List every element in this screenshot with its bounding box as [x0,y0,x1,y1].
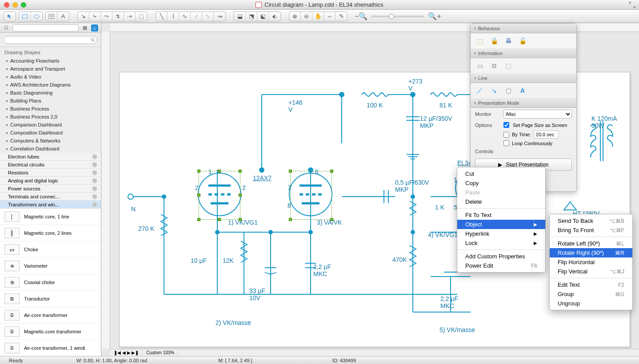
category-item[interactable]: Aerospace and Transport [0,65,101,73]
page-nav[interactable]: ❚◀ ◀ ▶ ▶❚ [110,350,143,355]
shape-item[interactable]: ᘐAir-core transformer [0,307,101,324]
tree-icon[interactable]: ☷ [3,24,10,32]
shape-item[interactable]: ᘐAir-core transformer, 1 windi [0,340,101,356]
category-item[interactable]: Building Plans [0,97,101,105]
close-icon[interactable]: × [92,202,97,207]
opt-bytime-checkbox[interactable] [503,132,509,138]
dimension-tool[interactable]: ↔ [324,12,335,21]
info-icon-3[interactable]: ⬚ [503,61,513,71]
panel-behaviour-header[interactable]: Behaviour [471,24,576,33]
shape-item[interactable]: ᘐMagnetic-core transformer [0,324,101,340]
shape-item[interactable]: ║Magnetic core, 2 lines [0,225,101,241]
fill-icon[interactable]: ▢ [503,86,513,95]
resize-icon[interactable]: ⬚ [475,36,485,46]
library-tab[interactable]: Terminals and connec...× [0,193,101,201]
connector-tool-2[interactable]: ⤷ [89,12,101,21]
ctx-bringfront[interactable]: Bring To Front⌥⌘F [550,226,632,235]
ctx-cut[interactable]: Cut [457,169,545,178]
align-tool-1[interactable]: ⬓ [234,12,246,21]
line-tool-5[interactable]: ⟍ [202,12,214,21]
ctx-flip-v[interactable]: Flip Vertical⌥⌘J [550,267,632,276]
tool-rect[interactable] [19,12,31,21]
library-tab[interactable]: Analog and digital logic× [0,177,101,185]
ctx-addprops[interactable]: Add Custom Properties [457,252,545,261]
connector-tool-4[interactable]: ↯ [112,12,124,21]
panel-presentation-header[interactable]: Presentation Mode [471,98,576,108]
library-tab[interactable]: Resistors× [0,169,101,177]
ctx-ungroup[interactable]: Ungroup [550,299,632,308]
panel-information-header[interactable]: Information [471,48,576,58]
zoom-slider[interactable] [371,16,424,17]
tool-table[interactable] [46,12,57,21]
shape-item[interactable]: │Magnetic core, 1 line [0,209,101,225]
shape-search-input[interactable] [4,36,97,44]
tool-pointer[interactable] [4,12,16,21]
ctx-hyperlink[interactable]: Hyperlink▶ [457,229,545,238]
panel-line-header[interactable]: Line [471,73,576,83]
ctx-delete[interactable]: Delete [457,197,545,206]
zoom-minus-icon[interactable]: −🔍 [355,12,367,20]
close-icon[interactable]: × [92,186,97,191]
fullscreen-icon[interactable] [629,2,635,8]
library-tab[interactable]: Power sources× [0,185,101,193]
line-tool-4[interactable]: ⟋ [191,12,202,21]
pan-tool[interactable]: ✋ [312,12,324,21]
category-item[interactable]: Basic Diagramming [0,89,101,97]
shape-item[interactable]: ᔕChoke [0,241,101,258]
selection-box[interactable] [199,171,240,220]
library-tab[interactable]: Electron tubes× [0,153,101,161]
selection-box[interactable] [290,171,332,220]
bytime-input[interactable] [534,131,559,138]
eyedropper-tool[interactable]: ✎ [335,12,347,21]
unlock-icon[interactable]: 🔓 [518,36,527,46]
ctx-poweredit[interactable]: Power EditF6 [457,261,545,270]
ctx-edit-text[interactable]: Edit TextF2 [550,280,632,289]
connector-tool-1[interactable]: ↘ [78,12,89,21]
library-tab[interactable]: Electrical circuits× [0,161,101,169]
line-style-icon[interactable]: ／ [475,86,485,95]
ctx-object[interactable]: Object▶ [457,220,545,229]
line-tool-3[interactable]: ∿ [179,12,191,21]
ctx-copy[interactable]: Copy [457,178,545,188]
category-item[interactable]: Audio & Video [0,73,101,81]
category-item[interactable]: Business Process [0,105,101,113]
opt-loop-checkbox[interactable] [503,140,509,146]
ctx-rotate-right[interactable]: Rotate Right (90º)⌘R [550,248,632,257]
info-icon-2[interactable]: ⧉ [489,61,499,71]
search-icon[interactable]: ⌕ [91,24,98,32]
zoom-out-tool[interactable]: ⊖ [301,12,312,21]
print-icon[interactable]: 🖶 [503,36,513,46]
connector-tool-3[interactable]: ⤳ [101,12,112,21]
opt-pagesize-checkbox[interactable] [503,122,509,128]
category-item[interactable]: Accounting Flowcharts [0,57,101,65]
line-tool-2[interactable]: ⌇ [168,12,179,21]
align-tool-4[interactable]: ⬖ [269,12,280,21]
sidebar-filter-input[interactable] [12,24,79,32]
zoom-level[interactable]: Custom 103% [143,350,178,355]
lock-icon[interactable]: 🔒 [489,36,499,46]
ctx-sendback[interactable]: Send To Back⌥⌘B [550,216,632,226]
ctx-lock[interactable]: Lock▶ [457,238,545,248]
line-tool-1[interactable]: ╲ [156,12,168,21]
inspector-panel[interactable]: Behaviour ⬚ 🔒 🖶 🔓 Information ▭ ⧉ ⬚ Line… [470,23,577,192]
close-icon[interactable]: × [92,162,97,167]
close-icon[interactable]: × [92,154,97,159]
grid-view-icon[interactable]: ▦ [81,24,88,32]
ctx-rotate-left[interactable]: Rotate Left (90º)⌘L [550,239,632,248]
tool-ellipse[interactable] [31,12,42,21]
library-tab-active[interactable]: Transformers and win...× [0,201,101,209]
shape-item[interactable]: ⊚Coaxial choke [0,274,101,291]
line-tool-6[interactable]: ↝ [214,12,225,21]
connector-tool-5[interactable]: ⇢ [124,12,136,21]
monitor-select[interactable]: iMac [503,110,572,119]
category-item[interactable]: Business Process 2,0 [0,113,101,121]
text-style-icon[interactable]: A [518,86,527,95]
shape-item[interactable]: ≋Variometer [0,258,101,274]
align-tool-2[interactable]: ⬔ [246,12,257,21]
info-icon-1[interactable]: ▭ [475,61,485,71]
ctx-fit[interactable]: Fit To Text [457,210,545,220]
line-end-icon[interactable]: ↘ [489,86,499,95]
category-item[interactable]: Composition Dashboard [0,129,101,137]
close-icon[interactable]: × [92,170,97,175]
ctx-flip-h[interactable]: Flip Horizontal [550,257,632,267]
